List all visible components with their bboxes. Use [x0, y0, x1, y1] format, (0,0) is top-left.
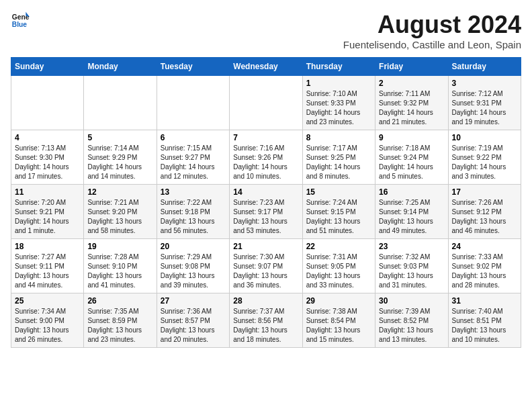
- table-row: 13Sunrise: 7:22 AM Sunset: 9:18 PM Dayli…: [157, 185, 229, 239]
- logo: General Blue: [11, 11, 30, 30]
- table-row: 15Sunrise: 7:24 AM Sunset: 9:15 PM Dayli…: [302, 185, 375, 239]
- day-number: 7: [233, 133, 298, 142]
- day-info: Sunrise: 7:11 AM Sunset: 9:32 PM Dayligh…: [379, 89, 444, 127]
- day-number: 14: [233, 187, 298, 197]
- table-row: 31Sunrise: 7:40 AM Sunset: 8:51 PM Dayli…: [448, 293, 521, 348]
- day-number: 13: [161, 187, 226, 197]
- title-block: August 2024 Fuentelisendo, Castille and …: [343, 11, 521, 50]
- header-friday: Friday: [375, 58, 448, 76]
- day-info: Sunrise: 7:18 AM Sunset: 9:24 PM Dayligh…: [379, 144, 444, 181]
- header-monday: Monday: [84, 58, 157, 76]
- table-row: 3Sunrise: 7:12 AM Sunset: 9:31 PM Daylig…: [448, 76, 521, 130]
- table-row: 23Sunrise: 7:32 AM Sunset: 9:03 PM Dayli…: [375, 239, 448, 293]
- day-number: 20: [161, 242, 226, 251]
- header-tuesday: Tuesday: [157, 58, 229, 76]
- table-row: 12Sunrise: 7:21 AM Sunset: 9:20 PM Dayli…: [84, 185, 157, 239]
- day-info: Sunrise: 7:17 AM Sunset: 9:25 PM Dayligh…: [306, 144, 371, 181]
- day-number: 29: [306, 296, 371, 306]
- day-info: Sunrise: 7:37 AM Sunset: 8:56 PM Dayligh…: [233, 307, 298, 345]
- day-info: Sunrise: 7:12 AM Sunset: 9:31 PM Dayligh…: [452, 89, 517, 127]
- table-row: 24Sunrise: 7:33 AM Sunset: 9:02 PM Dayli…: [448, 239, 521, 293]
- day-info: Sunrise: 7:31 AM Sunset: 9:05 PM Dayligh…: [306, 253, 371, 290]
- day-number: 27: [161, 296, 226, 306]
- day-info: Sunrise: 7:40 AM Sunset: 8:51 PM Dayligh…: [452, 307, 517, 345]
- day-info: Sunrise: 7:20 AM Sunset: 9:21 PM Dayligh…: [15, 198, 80, 236]
- table-row: 18Sunrise: 7:27 AM Sunset: 9:11 PM Dayli…: [11, 239, 84, 293]
- day-number: 31: [452, 296, 517, 306]
- svg-text:Blue: Blue: [12, 21, 28, 28]
- day-number: 25: [15, 296, 80, 306]
- day-number: 18: [15, 242, 80, 251]
- calendar-week-5: 25Sunrise: 7:34 AM Sunset: 9:00 PM Dayli…: [11, 293, 521, 348]
- table-row: 16Sunrise: 7:25 AM Sunset: 9:14 PM Dayli…: [375, 185, 448, 239]
- calendar-week-4: 18Sunrise: 7:27 AM Sunset: 9:11 PM Dayli…: [11, 239, 521, 293]
- day-number: 17: [452, 187, 517, 197]
- day-number: 19: [87, 242, 152, 251]
- day-number: 15: [306, 187, 371, 197]
- day-info: Sunrise: 7:21 AM Sunset: 9:20 PM Dayligh…: [87, 198, 152, 236]
- table-row: [11, 76, 84, 130]
- table-row: 2Sunrise: 7:11 AM Sunset: 9:32 PM Daylig…: [375, 76, 448, 130]
- day-number: 3: [452, 79, 517, 88]
- table-row: 30Sunrise: 7:39 AM Sunset: 8:52 PM Dayli…: [375, 293, 448, 348]
- table-row: 21Sunrise: 7:30 AM Sunset: 9:07 PM Dayli…: [230, 239, 302, 293]
- day-info: Sunrise: 7:29 AM Sunset: 9:08 PM Dayligh…: [161, 253, 226, 290]
- table-row: 11Sunrise: 7:20 AM Sunset: 9:21 PM Dayli…: [11, 185, 84, 239]
- logo-icon: General Blue: [11, 11, 30, 30]
- table-row: 28Sunrise: 7:37 AM Sunset: 8:56 PM Dayli…: [230, 293, 302, 348]
- table-row: [157, 76, 229, 130]
- day-info: Sunrise: 7:14 AM Sunset: 9:29 PM Dayligh…: [87, 144, 152, 181]
- calendar-week-3: 11Sunrise: 7:20 AM Sunset: 9:21 PM Dayli…: [11, 185, 521, 239]
- day-number: 10: [452, 133, 517, 142]
- day-info: Sunrise: 7:28 AM Sunset: 9:10 PM Dayligh…: [87, 253, 152, 290]
- day-info: Sunrise: 7:38 AM Sunset: 8:54 PM Dayligh…: [306, 307, 371, 345]
- day-number: 30: [379, 296, 444, 306]
- day-info: Sunrise: 7:35 AM Sunset: 8:59 PM Dayligh…: [87, 307, 152, 345]
- day-info: Sunrise: 7:36 AM Sunset: 8:57 PM Dayligh…: [161, 307, 226, 345]
- day-info: Sunrise: 7:33 AM Sunset: 9:02 PM Dayligh…: [452, 253, 517, 290]
- header-thursday: Thursday: [302, 58, 375, 76]
- day-number: 26: [87, 296, 152, 306]
- month-year-title: August 2024: [343, 11, 521, 39]
- table-row: [230, 76, 302, 130]
- day-info: Sunrise: 7:30 AM Sunset: 9:07 PM Dayligh…: [233, 253, 298, 290]
- day-info: Sunrise: 7:25 AM Sunset: 9:14 PM Dayligh…: [379, 198, 444, 236]
- table-row: 17Sunrise: 7:26 AM Sunset: 9:12 PM Dayli…: [448, 185, 521, 239]
- day-info: Sunrise: 7:27 AM Sunset: 9:11 PM Dayligh…: [15, 253, 80, 290]
- table-row: 25Sunrise: 7:34 AM Sunset: 9:00 PM Dayli…: [11, 293, 84, 348]
- table-row: 5Sunrise: 7:14 AM Sunset: 9:29 PM Daylig…: [84, 130, 157, 185]
- table-row: 20Sunrise: 7:29 AM Sunset: 9:08 PM Dayli…: [157, 239, 229, 293]
- header-wednesday: Wednesday: [230, 58, 302, 76]
- calendar-table: Sunday Monday Tuesday Wednesday Thursday…: [11, 57, 521, 348]
- day-number: 16: [379, 187, 444, 197]
- day-info: Sunrise: 7:10 AM Sunset: 9:33 PM Dayligh…: [306, 89, 371, 127]
- day-number: 1: [306, 79, 371, 88]
- table-row: 27Sunrise: 7:36 AM Sunset: 8:57 PM Dayli…: [157, 293, 229, 348]
- header-sunday: Sunday: [11, 58, 84, 76]
- table-row: 29Sunrise: 7:38 AM Sunset: 8:54 PM Dayli…: [302, 293, 375, 348]
- day-info: Sunrise: 7:39 AM Sunset: 8:52 PM Dayligh…: [379, 307, 444, 345]
- table-row: 26Sunrise: 7:35 AM Sunset: 8:59 PM Dayli…: [84, 293, 157, 348]
- day-number: 11: [15, 187, 80, 197]
- calendar-header-row: Sunday Monday Tuesday Wednesday Thursday…: [11, 58, 521, 76]
- day-info: Sunrise: 7:19 AM Sunset: 9:22 PM Dayligh…: [452, 144, 517, 181]
- day-number: 23: [379, 242, 444, 251]
- table-row: [84, 76, 157, 130]
- table-row: 7Sunrise: 7:16 AM Sunset: 9:26 PM Daylig…: [230, 130, 302, 185]
- day-info: Sunrise: 7:34 AM Sunset: 9:00 PM Dayligh…: [15, 307, 80, 345]
- location-subtitle: Fuentelisendo, Castille and Leon, Spain: [343, 39, 521, 50]
- day-number: 4: [15, 133, 80, 142]
- table-row: 10Sunrise: 7:19 AM Sunset: 9:22 PM Dayli…: [448, 130, 521, 185]
- day-number: 2: [379, 79, 444, 88]
- table-row: 19Sunrise: 7:28 AM Sunset: 9:10 PM Dayli…: [84, 239, 157, 293]
- table-row: 9Sunrise: 7:18 AM Sunset: 9:24 PM Daylig…: [375, 130, 448, 185]
- day-info: Sunrise: 7:16 AM Sunset: 9:26 PM Dayligh…: [233, 144, 298, 181]
- day-number: 5: [87, 133, 152, 142]
- day-info: Sunrise: 7:13 AM Sunset: 9:30 PM Dayligh…: [15, 144, 80, 181]
- day-info: Sunrise: 7:15 AM Sunset: 9:27 PM Dayligh…: [161, 144, 226, 181]
- table-row: 1Sunrise: 7:10 AM Sunset: 9:33 PM Daylig…: [302, 76, 375, 130]
- day-info: Sunrise: 7:32 AM Sunset: 9:03 PM Dayligh…: [379, 253, 444, 290]
- day-number: 24: [452, 242, 517, 251]
- day-number: 28: [233, 296, 298, 306]
- day-number: 9: [379, 133, 444, 142]
